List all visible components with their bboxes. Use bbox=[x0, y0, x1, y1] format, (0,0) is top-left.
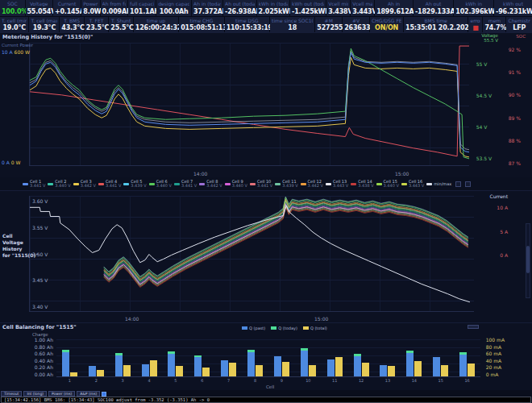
axis-tick: 0 A bbox=[497, 253, 508, 258]
stat-value: 102.396kWh bbox=[455, 8, 492, 15]
stat-ah-in-today-: Ah in (today)37.372Ah bbox=[192, 0, 222, 16]
stat-label: Ah out (today) bbox=[225, 1, 255, 6]
metering-plot-area[interactable] bbox=[29, 43, 469, 166]
balancing-plot-area[interactable] bbox=[56, 339, 480, 377]
legend-cell-15[interactable]: Cell 153.440 V bbox=[376, 180, 399, 188]
bar-q-total bbox=[150, 360, 157, 376]
bar-q-total bbox=[123, 365, 131, 376]
cell-number: 16 bbox=[454, 378, 480, 383]
stat-label: kWh out bbox=[496, 1, 530, 6]
legend-cell-7[interactable]: Cell 73.441 V bbox=[174, 180, 197, 188]
stat-value: 0.009Ah bbox=[102, 8, 127, 15]
legend-toggle-button[interactable] bbox=[465, 181, 471, 187]
stat-value: 1899.612Ah bbox=[376, 8, 411, 15]
footer-button-a-p-ms-[interactable]: A&P (ms) bbox=[77, 391, 100, 397]
series-cell-3 bbox=[104, 199, 468, 279]
legend-cell-1[interactable]: Cell 13.441 V bbox=[23, 180, 45, 188]
footer-button-power-ms-[interactable]: Power (ms) bbox=[48, 391, 75, 397]
series-cell-6 bbox=[104, 202, 468, 281]
axis-tick: 3.45 V bbox=[32, 278, 48, 283]
legend-cell-13[interactable]: Cell 133.443 V bbox=[326, 180, 348, 188]
stat-mem: mem74.7% bbox=[483, 17, 505, 33]
bar-group-cell-16 bbox=[454, 339, 480, 376]
bar-q-past bbox=[459, 355, 467, 376]
balancing-legend-item[interactable]: Q (total) bbox=[303, 326, 327, 330]
legend-marker-icon bbox=[401, 183, 407, 185]
cell-history-current-axis: 10 A5 A0 A bbox=[497, 206, 508, 258]
metering-voltage-cursor: Voltage 55.5 V bbox=[481, 34, 498, 43]
legend-cell-9[interactable]: Cell 93.440 V bbox=[225, 180, 247, 188]
legend-cell-16[interactable]: Cell 163.443 V bbox=[401, 180, 424, 188]
series-cell-min bbox=[30, 206, 470, 302]
metering-xtick-1: 14:00 bbox=[193, 171, 207, 177]
legend-cell-17[interactable]: min/max bbox=[426, 182, 451, 186]
cell-number: 12 bbox=[348, 378, 375, 383]
metering-soc-cursor-label: SOC bbox=[516, 34, 526, 39]
legend-cell-8[interactable]: Cell 83.442 V bbox=[199, 180, 222, 188]
cell-history-xtick-2: 15:00 bbox=[314, 316, 328, 322]
legend-cell-voltage: 3.443 V bbox=[409, 184, 424, 188]
stat-value: 100.0Ah bbox=[158, 8, 189, 15]
legend-cell-voltage: 3.440 V bbox=[384, 184, 399, 188]
bar-group-cell-12 bbox=[348, 339, 375, 376]
bar-group-cell-10 bbox=[295, 339, 322, 376]
legend-cell-14[interactable]: Cell 143.438 V bbox=[351, 180, 373, 188]
stat-label: design capacity bbox=[158, 1, 189, 6]
timeout-button[interactable]: Timeout bbox=[1, 391, 22, 397]
legend-marker-icon bbox=[250, 183, 256, 185]
stat-power: Power8.0W bbox=[81, 0, 99, 16]
bar-q-past bbox=[380, 365, 387, 376]
stat-label: T. cell (max) bbox=[31, 18, 57, 23]
stat-label: BMS time bbox=[405, 18, 466, 23]
bar-q-total bbox=[335, 357, 343, 376]
bar-group-cell-7 bbox=[215, 339, 242, 376]
legend-marker-icon bbox=[174, 183, 180, 185]
stat-label: kWh in (today) bbox=[259, 1, 289, 6]
stat-value: 37.372Ah bbox=[193, 8, 221, 15]
scrollbar-grip-icon[interactable] bbox=[526, 246, 530, 273]
cell-history-plot-area[interactable] bbox=[29, 196, 474, 312]
legend-cell-12[interactable]: Cell 123.442 V bbox=[301, 180, 323, 188]
log-checkbox[interactable] bbox=[102, 392, 106, 397]
axis-tick: 90 % bbox=[509, 93, 521, 98]
cell-number: 3 bbox=[110, 378, 136, 383]
balancing-x-label: Cell bbox=[266, 384, 274, 389]
legend-cell-10[interactable]: Cell 103.441 V bbox=[250, 180, 272, 188]
log-mode-buttons: Int (long)Power (ms)A&P (ms) bbox=[23, 391, 100, 397]
balancing-legend-item[interactable]: Q (past) bbox=[242, 326, 265, 330]
stat-label: time since SOC100 bbox=[272, 18, 313, 23]
axis-tick: 100 mA bbox=[486, 338, 505, 343]
bar-q-past bbox=[89, 366, 96, 376]
series-current bbox=[30, 52, 469, 152]
axis-tick: 3.55 V bbox=[32, 226, 48, 231]
stat-label: time up bbox=[135, 18, 177, 23]
legend-cell-4[interactable]: Cell 43.441 V bbox=[98, 180, 121, 188]
legend-cell-11[interactable]: Cell 113.439 V bbox=[275, 180, 297, 188]
divider-handle[interactable] bbox=[468, 325, 479, 329]
bar-group-cell-5 bbox=[163, 339, 189, 376]
axis-tick: 0 A bbox=[2, 160, 10, 165]
axis-tick: 3.40 V bbox=[32, 305, 48, 310]
legend-cell-5[interactable]: Cell 53.439 V bbox=[123, 180, 146, 188]
cell-history-voltage-axis: 3.60 V3.55 V3.50 V3.45 V3.40 V bbox=[32, 199, 48, 310]
stat-kwh-in: kWh in102.396kWh bbox=[454, 0, 493, 16]
axis-tick: 0.00 Ah bbox=[24, 372, 53, 377]
legend-cell-3[interactable]: Cell 33.442 V bbox=[73, 180, 96, 188]
bar-q-total bbox=[282, 362, 289, 376]
legend-toggle-button[interactable] bbox=[455, 181, 461, 187]
legend-cell-6[interactable]: Cell 63.440 V bbox=[149, 180, 172, 188]
bar-q-total bbox=[97, 370, 104, 376]
cell-history-scrollbar[interactable] bbox=[526, 223, 530, 298]
cell-number: 4 bbox=[136, 378, 163, 383]
stat-label: T. BMS bbox=[61, 18, 82, 23]
stat-value: 25.5°C bbox=[110, 24, 131, 31]
axis-tick: 1.00 Ah bbox=[24, 338, 53, 343]
cell-number: 2 bbox=[83, 378, 110, 383]
stat-label: error bbox=[470, 18, 480, 23]
footer-button-int-long-[interactable]: Int (long) bbox=[23, 391, 47, 397]
bar-group-cell-9 bbox=[268, 339, 295, 376]
cell-number: 11 bbox=[322, 378, 348, 383]
legend-cell-2[interactable]: Cell 23.440 V bbox=[48, 180, 70, 188]
cell-voltage-history-panel: Cell Voltage History for "1515(0)" 3.60 … bbox=[0, 190, 532, 322]
balancing-legend-item[interactable]: Q (today) bbox=[271, 326, 297, 330]
